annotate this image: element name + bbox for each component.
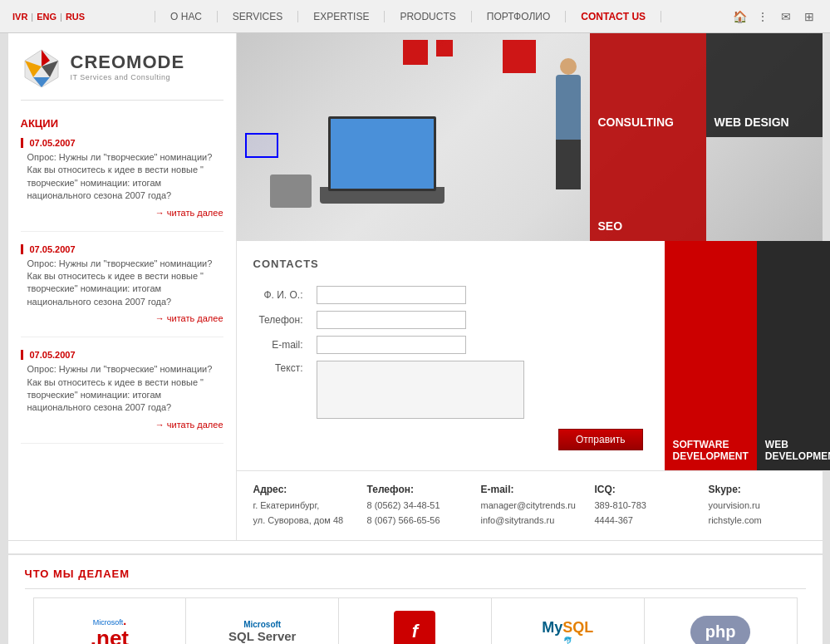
language-selector: IVR | ENG | RUS bbox=[12, 12, 85, 22]
nav-o-nas[interactable]: О НАС bbox=[155, 11, 218, 22]
read-more-link[interactable]: → читать далее bbox=[155, 420, 223, 430]
logo-text: CREOMODE IT Services and Consulting bbox=[71, 52, 185, 81]
icq-label: ICQ: bbox=[595, 484, 692, 495]
email-icon[interactable]: ✉ bbox=[778, 8, 794, 25]
address-val: г. Екатеринбург, ул. Суворова, дом 48 bbox=[253, 499, 351, 528]
content-wrapper: CREOMODE IT Services and Consulting АКЦИ… bbox=[8, 33, 823, 540]
deco-square-2 bbox=[436, 40, 453, 57]
phone-deco bbox=[270, 175, 312, 208]
logo-area: CREOMODE IT Services and Consulting bbox=[21, 46, 223, 101]
news-text: Опрос: Нужны ли "творческие" номинации? … bbox=[21, 363, 223, 415]
news-text: Опрос: Нужны ли "творческие" номинации? … bbox=[21, 258, 223, 309]
lang-ivr[interactable]: IVR bbox=[12, 12, 27, 22]
logo-icon bbox=[21, 46, 62, 87]
news-date: 07.05.2007 bbox=[21, 138, 223, 148]
address-col: Адрес: г. Екатеринбург, ул. Суворова, до… bbox=[253, 484, 351, 528]
news-item: 07.05.2007 Опрос: Нужны ли "творческие" … bbox=[21, 244, 223, 338]
phone-val: 8 (0562) 34-48-51 8 (067) 566-65-56 bbox=[367, 499, 464, 528]
logo-name: CREOMODE bbox=[71, 52, 185, 73]
tech-mysql: MySQL 🐬 bbox=[492, 598, 645, 644]
tech-dotnet: Microsoft. .net bbox=[34, 598, 187, 644]
deco-square-3 bbox=[503, 40, 536, 73]
news-item: 07.05.2007 Опрос: Нужны ли "творческие" … bbox=[21, 138, 223, 232]
contact-form-area: CONTACTS Ф. И. О.: Телефон: bbox=[237, 241, 665, 470]
read-more-link[interactable]: → читать далее bbox=[155, 208, 223, 218]
skype-col: Skype: yourvision.ru richstyle.com bbox=[709, 484, 806, 528]
news-date: 07.05.2007 bbox=[21, 350, 223, 360]
sitemap-icon[interactable]: ⊞ bbox=[801, 8, 818, 25]
input-message[interactable] bbox=[317, 361, 524, 419]
address-label: Адрес: bbox=[253, 484, 351, 495]
read-more: → читать далее bbox=[21, 419, 223, 430]
service-tile-software[interactable]: SOFTWARE DEVELOPMENT bbox=[665, 241, 757, 470]
phone-col: Телефон: 8 (0562) 34-48-51 8 (067) 566-6… bbox=[367, 484, 464, 528]
selection-box bbox=[245, 133, 278, 158]
lang-rus[interactable]: RUS bbox=[66, 12, 85, 22]
service-tile-consulting[interactable]: CONSULTING bbox=[590, 33, 706, 137]
icq-col: ICQ: 389-810-783 4444-367 bbox=[595, 484, 692, 528]
field-label-phone: Телефон: bbox=[253, 307, 312, 332]
form-row-name: Ф. И. О.: bbox=[253, 283, 648, 307]
nav-services[interactable]: SERVICES bbox=[218, 11, 298, 22]
nav-products[interactable]: PRODUCTS bbox=[385, 11, 471, 22]
what-section-outer: ЧТО МЫ ДЕЛАЕМ Microsoft. .net Microso bbox=[8, 540, 823, 644]
service-tile-webdesign[interactable]: WEB DESIGN bbox=[706, 33, 823, 137]
lang-eng[interactable]: ENG bbox=[37, 12, 56, 22]
what-section: ЧТО МЫ ДЕЛАЕМ Microsoft. .net Microso bbox=[8, 553, 823, 644]
input-name[interactable] bbox=[317, 286, 466, 304]
page-wrapper: IVR | ENG | RUS О НАС SERVICES EXPERTISE… bbox=[0, 0, 830, 644]
submit-button[interactable]: Отправить bbox=[558, 429, 643, 450]
contact-services-area: CONTACTS Ф. И. О.: Телефон: bbox=[237, 241, 823, 470]
main-nav: О НАС SERVICES EXPERTISE PRODUCTS ПОРТФО… bbox=[101, 11, 715, 22]
input-email[interactable] bbox=[317, 336, 466, 354]
email-val: manager@citytrends.ru info@sitytrands.ru bbox=[481, 499, 578, 528]
deco-square-1 bbox=[403, 40, 428, 65]
form-row-message: Текст: Отправить bbox=[253, 357, 648, 454]
service-tile-web-dev[interactable]: WEB DEVELOPMENT bbox=[757, 241, 830, 470]
news-date: 07.05.2007 bbox=[21, 244, 223, 254]
home-icon[interactable]: 🏠 bbox=[731, 8, 748, 25]
tech-sqlserver: Microsoft SQL Server bbox=[186, 598, 339, 644]
field-label-email: E-mail: bbox=[253, 332, 312, 357]
person-body bbox=[556, 75, 581, 141]
field-label-message: Текст: bbox=[253, 357, 312, 454]
tech-php: php bbox=[645, 598, 797, 644]
read-more-link[interactable]: → читать далее bbox=[155, 313, 223, 323]
icq-val: 389-810-783 4444-367 bbox=[595, 499, 692, 528]
aktsii-title: АКЦИИ bbox=[21, 117, 223, 130]
email-col: E-mail: manager@citytrends.ru info@sityt… bbox=[481, 484, 578, 528]
skype-label: Skype: bbox=[709, 484, 806, 495]
main-container: CREOMODE IT Services and Consulting АКЦИ… bbox=[8, 33, 823, 644]
tech-logos: Microsoft. .net Microsoft SQL Server bbox=[33, 597, 798, 644]
field-label-name: Ф. И. О.: bbox=[253, 283, 312, 307]
read-more: → читать далее bbox=[21, 207, 223, 219]
section-divider bbox=[25, 588, 806, 589]
input-phone[interactable] bbox=[317, 311, 466, 329]
person-legs bbox=[556, 140, 581, 189]
contact-form: Ф. И. О.: Телефон: E-mail: bbox=[253, 283, 648, 454]
service-tile-seo[interactable]: SEO bbox=[590, 137, 706, 241]
hero-service-tiles: CONSULTING WEB DESIGN SEO bbox=[590, 33, 823, 241]
email-label: E-mail: bbox=[481, 484, 578, 495]
contact-info-row: Адрес: г. Екатеринбург, ул. Суворова, до… bbox=[237, 470, 823, 540]
what-title: ЧТО МЫ ДЕЛАЕМ bbox=[25, 568, 806, 580]
person-head bbox=[560, 58, 577, 75]
sidebar: CREOMODE IT Services and Consulting АКЦИ… bbox=[8, 33, 237, 540]
top-icon-group: 🏠 ⋮ ✉ ⊞ bbox=[731, 8, 818, 25]
nav-expertise[interactable]: EXPERTISE bbox=[298, 11, 385, 22]
read-more: → читать далее bbox=[21, 312, 223, 324]
tech-flash: f bbox=[339, 598, 492, 644]
dots-icon[interactable]: ⋮ bbox=[754, 8, 771, 25]
top-bar: IVR | ENG | RUS О НАС SERVICES EXPERTISE… bbox=[0, 0, 830, 33]
nav-contact[interactable]: CONTACT US bbox=[566, 11, 661, 22]
news-text: Опрос: Нужны ли "творческие" номинации? … bbox=[21, 151, 223, 203]
phone-label: Телефон: bbox=[367, 484, 464, 495]
main-content: CONSULTING WEB DESIGN SEO CONTACTS Ф. bbox=[237, 33, 823, 540]
contact-title: CONTACTS bbox=[253, 258, 648, 270]
laptop-screen bbox=[328, 116, 436, 191]
form-row-phone: Телефон: bbox=[253, 307, 648, 332]
service-tile-empty bbox=[706, 137, 823, 241]
nav-portfolio[interactable]: ПОРТФОЛИО bbox=[472, 11, 567, 22]
logo-tagline: IT Services and Consulting bbox=[71, 73, 185, 81]
form-row-email: E-mail: bbox=[253, 332, 648, 357]
